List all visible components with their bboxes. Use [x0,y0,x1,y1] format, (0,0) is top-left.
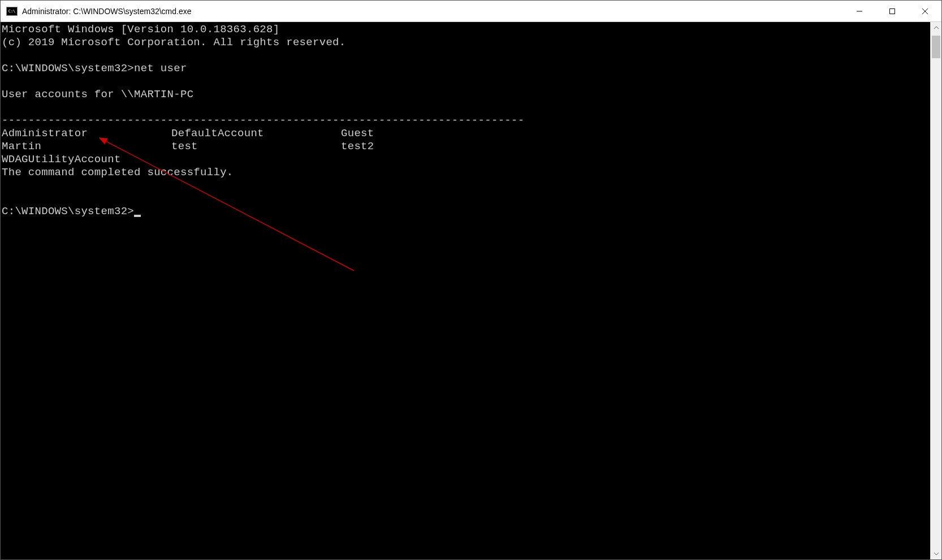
annotation-arrow [1,22,930,559]
terminal-area: Microsoft Windows [Version 10.0.18363.62… [1,22,941,559]
user-account: DefaultAccount [171,127,341,140]
chevron-up-icon [934,26,939,29]
user-account: WDAGUtilityAccount [2,153,171,166]
window-title: Administrator: C:\WINDOWS\system32\cmd.e… [22,7,843,16]
user-account: test2 [341,140,511,153]
minimize-icon [856,8,863,15]
terminal-line: (c) 2019 Microsoft Corporation. All righ… [2,36,346,49]
user-row: WDAGUtilityAccount [2,153,930,166]
scroll-up-arrow[interactable] [931,22,941,33]
close-icon [922,8,928,15]
terminal-output: User accounts for \\MARTIN-PC [2,88,193,101]
maximize-icon [889,8,896,15]
scroll-thumb[interactable] [932,36,940,58]
maximize-button[interactable] [876,1,909,21]
minimize-button[interactable] [843,1,876,21]
svg-rect-1 [890,8,895,14]
window-controls [843,1,941,21]
terminal-content[interactable]: Microsoft Windows [Version 10.0.18363.62… [1,22,930,559]
terminal-prompt: C:\WINDOWS\system32> [2,205,134,218]
user-account: Administrator [2,127,171,140]
close-button[interactable] [909,1,941,21]
terminal-command: net user [134,62,187,75]
terminal-cursor [134,215,141,217]
vertical-scrollbar[interactable] [930,22,941,559]
user-row: AdministratorDefaultAccountGuest [2,127,930,140]
terminal-line: Microsoft Windows [Version 10.0.18363.62… [2,23,279,36]
user-account: Guest [341,127,511,140]
user-account: test [171,140,341,153]
user-row: Martintesttest2 [2,140,930,153]
terminal-prompt: C:\WINDOWS\system32> [2,62,134,75]
terminal-output: The command completed successfully. [2,166,234,179]
chevron-down-icon [934,552,939,555]
cmd-icon [6,7,18,16]
scroll-down-arrow[interactable] [931,548,941,559]
terminal-separator: ----------------------------------------… [2,114,524,127]
window-titlebar: Administrator: C:\WINDOWS\system32\cmd.e… [1,1,941,22]
user-account: Martin [2,140,171,153]
scroll-track[interactable] [931,33,941,548]
